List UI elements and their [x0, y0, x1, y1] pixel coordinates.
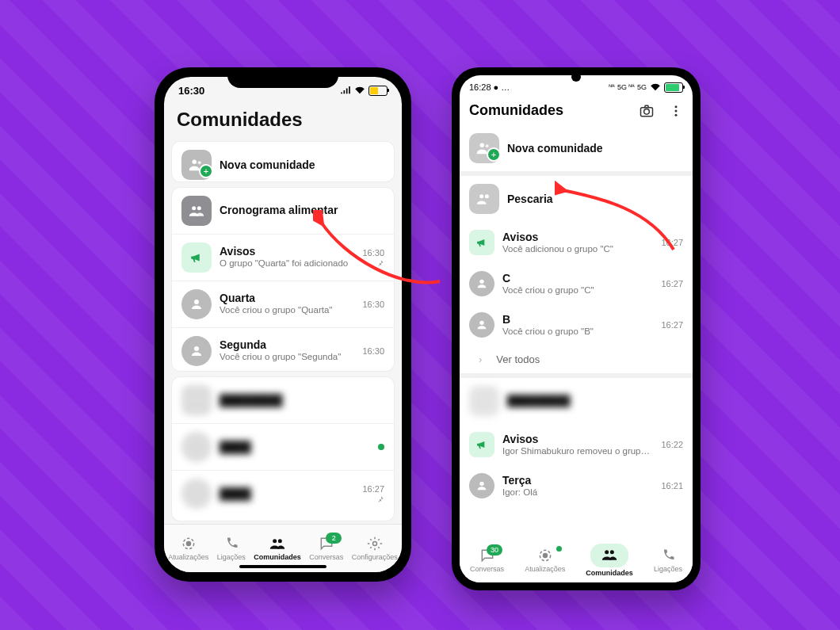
new-community-label: Nova comunidade: [507, 142, 683, 155]
tab-label: Atualizações: [525, 565, 565, 573]
badge-count: 30: [487, 544, 502, 556]
svg-point-22: [479, 482, 483, 486]
svg-point-5: [194, 346, 199, 351]
community-avatar-icon: [469, 386, 499, 416]
tab-communities[interactable]: Comunidades: [586, 544, 633, 577]
community-card-pescaria: Pescaria Avisos Você adicionou o grupo "…: [460, 171, 693, 373]
row-sub: Você criou o grupo "B": [502, 326, 653, 338]
community-header[interactable]: ████████: [172, 377, 394, 423]
tab-calls[interactable]: Ligações: [654, 548, 682, 573]
wifi-icon: [650, 83, 661, 91]
community-header[interactable]: Cronograma alimentar: [172, 188, 394, 234]
row-time: 16:22: [661, 440, 683, 449]
chevron-right-icon: ›: [479, 353, 482, 365]
list-item[interactable]: Avisos O grupo "Quarta" foi adicionado 1…: [172, 234, 394, 281]
svg-point-20: [479, 280, 483, 284]
show-all-button[interactable]: Mostrar todos ›: [172, 517, 394, 521]
svg-point-7: [186, 542, 190, 546]
more-icon[interactable]: [669, 104, 683, 118]
svg-point-2: [192, 206, 196, 210]
svg-point-4: [194, 300, 199, 304]
svg-point-3: [197, 206, 201, 210]
community-icon: [269, 536, 285, 552]
tab-updates[interactable]: Atualizações: [525, 548, 565, 573]
phone-icon: [223, 536, 239, 552]
group-avatar-icon: [181, 479, 212, 509]
community-icon: [601, 547, 617, 563]
community-avatar-icon: [181, 196, 212, 226]
network-label: ᴺᴿ 5G ᴺᴿ 5G: [609, 83, 647, 91]
punch-hole-camera: [571, 72, 581, 82]
list-item[interactable]: Quarta Você criou o grupo "Quarta" 16:30: [172, 281, 394, 327]
app-top-bar: Comunidades: [460, 99, 693, 125]
svg-point-17: [486, 144, 489, 147]
row-time: 16:30: [362, 346, 384, 356]
group-avatar-icon: [181, 432, 212, 462]
new-community-row[interactable]: + Nova comunidade: [460, 125, 693, 171]
megaphone-icon: [181, 242, 212, 273]
show-all-button[interactable]: › Ver todos: [460, 346, 693, 373]
tab-updates[interactable]: Atualizações: [168, 536, 208, 561]
status-time: 16:30: [178, 85, 204, 97]
megaphone-icon: [469, 432, 494, 457]
svg-point-25: [605, 550, 609, 554]
tab-settings[interactable]: Configurações: [352, 536, 398, 561]
row-time: 16:27: [661, 320, 683, 330]
tab-chats[interactable]: 2 Conversas: [309, 536, 343, 561]
row-time: 16:27: [661, 238, 683, 247]
row-sub: Você criou o grupo "Segunda": [220, 352, 354, 363]
svg-point-8: [273, 539, 277, 543]
row-sub: Você criou o grupo "Quarta": [220, 305, 354, 316]
community-card-cronograma: Cronograma alimentar Avisos O grupo "Qua…: [172, 188, 394, 371]
android-frame: 16:28 ● … ᴺᴿ 5G ᴺᴿ 5G Comunidades: [452, 67, 701, 590]
list-item[interactable]: Avisos Você adicionou o grupo "C" 16:27: [460, 222, 693, 263]
row-sub: Você criou o grupo "C": [502, 285, 653, 296]
pin-icon: [376, 495, 384, 503]
iphone-notch: [227, 67, 338, 88]
svg-point-14: [675, 109, 678, 112]
community-header[interactable]: Pescaria: [460, 176, 693, 222]
community-avatar-icon: [181, 385, 212, 415]
list-item[interactable]: Segunda Você criou o grupo "Segunda" 16:…: [172, 327, 394, 371]
tab-label: Configurações: [352, 553, 398, 561]
list-item[interactable]: C Você criou o grupo "C" 16:27: [460, 263, 693, 304]
tab-chats[interactable]: 30 Conversas: [470, 548, 504, 573]
tab-label: Atualizações: [168, 553, 208, 561]
svg-point-9: [278, 539, 282, 543]
group-avatar-icon: [181, 289, 212, 319]
tab-calls[interactable]: Ligações: [217, 536, 246, 561]
tab-communities[interactable]: Comunidades: [254, 536, 301, 561]
community-header[interactable]: ████████: [460, 378, 693, 424]
row-time: 16:30: [362, 300, 384, 309]
battery-icon: [664, 82, 683, 93]
svg-point-0: [193, 160, 197, 165]
row-title: C: [502, 272, 653, 285]
new-community-card[interactable]: + Nova comunidade: [172, 142, 394, 181]
svg-point-26: [610, 550, 614, 554]
list-item[interactable]: Avisos Igor Shimabukuro removeu o grupo …: [460, 424, 693, 465]
row-sub: Você adicionou o grupo "C": [502, 244, 653, 255]
group-avatar-icon: [181, 336, 212, 366]
svg-point-16: [480, 143, 485, 148]
svg-point-10: [372, 542, 376, 546]
list-item[interactable]: ████: [172, 423, 394, 470]
plus-icon: +: [487, 147, 501, 162]
battery-icon: [368, 86, 388, 96]
community-card-redacted: ████████ Avisos Igor Shimabukuro removeu…: [460, 373, 693, 506]
camera-icon[interactable]: [639, 103, 655, 119]
community-avatar-icon: [469, 184, 499, 214]
badge-count: 2: [326, 533, 342, 544]
svg-point-13: [675, 105, 678, 108]
list-item[interactable]: Terça Igor: Olá 16:21: [460, 465, 693, 506]
row-title: Terça: [502, 474, 653, 487]
status-time: 16:28: [469, 82, 491, 92]
wifi-icon: [354, 86, 365, 94]
list-item[interactable]: ████ 16:27: [172, 470, 394, 517]
row-time: 16:27: [362, 484, 384, 494]
svg-point-12: [644, 109, 650, 114]
bottom-tab-bar: 30 Conversas Atualizações Comunidades: [460, 538, 693, 582]
list-item[interactable]: B Você criou o grupo "B" 16:27: [460, 304, 693, 346]
row-title: B: [502, 313, 653, 326]
svg-point-15: [675, 113, 678, 116]
page-title: Comunidades: [469, 102, 563, 119]
